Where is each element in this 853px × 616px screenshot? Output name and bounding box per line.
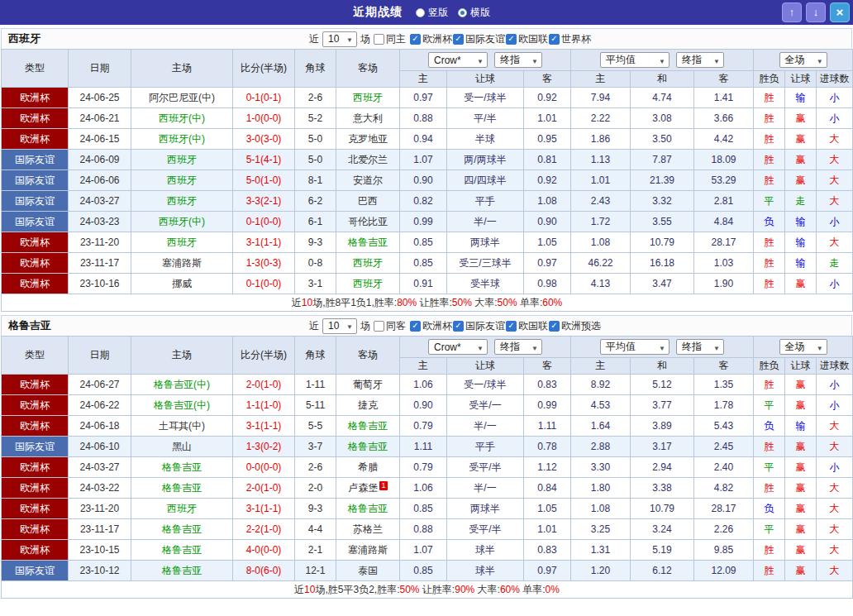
summary-segment: 0% (546, 584, 560, 595)
average-select[interactable]: 平均值 (600, 52, 670, 68)
league-checkbox[interactable]: 欧洲杯 (410, 32, 452, 46)
home-team-cell: 格鲁吉亚(中) (131, 395, 233, 416)
checkbox-label: 欧国联 (518, 32, 548, 46)
league-checkbox[interactable]: 欧国联 (506, 319, 548, 333)
corner-cell: 8-1 (295, 170, 336, 191)
away-team-name: 安道尔 (353, 174, 383, 186)
select-value: 全场 (785, 340, 805, 354)
checkbox-label: 同主 (386, 32, 406, 46)
league-checkbox[interactable]: 欧国联 (506, 32, 548, 46)
fulltime-select[interactable]: 全场 (779, 339, 827, 355)
result-wdl-cell: 胜 (754, 88, 785, 108)
layout-radio[interactable]: 横版 (458, 6, 490, 20)
result-goals-cell: 小 (817, 88, 853, 108)
bookmaker-select[interactable]: Crow* (428, 52, 488, 68)
result-wdl-cell: 平 (754, 519, 785, 540)
league-cell: 欧洲杯 (2, 253, 69, 274)
avg-home-odds-cell: 46.22 (571, 253, 631, 274)
handicap-line-cell: 受半球 (447, 274, 524, 294)
avg-away-odds-cell: 2.45 (694, 437, 754, 457)
league-checkbox[interactable]: 世界杯 (549, 32, 591, 46)
near-label: 近 (309, 319, 319, 333)
away-team-name: 塞浦路斯 (348, 544, 388, 556)
same-venue-checkbox[interactable]: 同主 (374, 32, 406, 46)
match-count-select[interactable]: 10 (322, 31, 357, 47)
table-row: 欧洲杯 24-06-27 格鲁吉亚(中) 2-0(1-0) 1-11 葡萄牙 1… (2, 375, 853, 395)
result-goals-cell: 大 (817, 170, 853, 191)
home-team-name: 西班牙(中) (159, 216, 205, 227)
avg-draw-odds-cell: 3.55 (631, 212, 694, 232)
home-team-cell: 格鲁吉亚(中) (131, 375, 233, 395)
result-goals-cell: 大 (817, 150, 853, 170)
layout-radio[interactable]: 竖版 (416, 6, 448, 20)
dropdown-arrow-icon (659, 55, 665, 66)
avg-draw-odds-cell: 10.79 (631, 499, 694, 519)
league-checkbox[interactable]: 国际友谊 (453, 32, 505, 46)
home-team-name: 挪威 (172, 278, 192, 289)
average-select[interactable]: 平均值 (600, 339, 670, 355)
home-team-cell: 西班牙(中) (131, 129, 233, 150)
checkbox-checked-icon (410, 321, 421, 332)
home-team-name: 西班牙(中) (159, 133, 205, 145)
spain-section-header: 西班牙 近 10 场 同主 欧洲杯国际友谊欧国联世界杯 (1, 28, 852, 49)
col-header-score: 比分(半场) (233, 337, 295, 375)
handicap-home-odds-cell: 0.97 (400, 88, 447, 108)
result-handicap-cell: 赢 (785, 170, 817, 191)
scroll-down-button[interactable]: ↓ (806, 2, 826, 22)
match-count-select[interactable]: 10 (322, 318, 357, 334)
home-team-cell: 格鲁吉亚 (131, 561, 233, 581)
avg-draw-odds-cell: 3.77 (631, 395, 694, 416)
radio-icon (416, 8, 425, 17)
table-row: 国际友谊 24-06-06 西班牙 5-0(1-0) 8-1 安道尔 0.90 … (2, 170, 853, 191)
checkbox-label: 欧洲杯 (422, 32, 452, 46)
result-goals-cell: 大 (817, 232, 853, 253)
result-wdl-cell: 平 (754, 191, 785, 212)
dropdown-arrow-icon (659, 341, 665, 353)
average-odds-group: 平均值终指 (571, 50, 754, 71)
select-value: 终指 (500, 340, 520, 354)
avg-away-odds-cell: 1.35 (694, 375, 754, 395)
league-checkbox[interactable]: 国际友谊 (453, 319, 505, 333)
col-header-home: 主场 (131, 337, 233, 375)
fulltime-select[interactable]: 全场 (779, 52, 827, 68)
checkbox-checked-icon (506, 34, 517, 45)
final-odds-select[interactable]: 终指 (676, 52, 724, 68)
final-odds-select[interactable]: 终指 (494, 52, 542, 68)
dropdown-arrow-icon (477, 341, 484, 353)
checkbox-label: 欧国联 (518, 319, 548, 333)
same-venue-checkbox[interactable]: 同客 (374, 319, 406, 333)
result-handicap-cell: 赢 (785, 499, 817, 519)
scroll-up-button[interactable]: ↑ (782, 2, 802, 22)
result-wdl-cell: 负 (754, 499, 785, 519)
league-checkbox[interactable]: 欧洲杯 (410, 319, 452, 333)
league-cell: 国际友谊 (2, 437, 69, 457)
final-odds-select[interactable]: 终指 (676, 339, 724, 355)
date-cell: 24-03-23 (69, 212, 131, 232)
result-goals-cell: 大 (817, 478, 853, 499)
georgia-section: 格鲁吉亚 近 10 场 同客 欧洲杯国际友谊欧国联欧洲预选 类型 日期 主场 比… (1, 315, 852, 599)
table-row: 国际友谊 24-03-27 西班牙 3-3(2-1) 6-2 巴西 0.82 平… (2, 191, 853, 212)
handicap-line-cell: 两球半 (447, 232, 524, 253)
league-cell: 欧洲杯 (2, 540, 69, 561)
handicap-away-odds-cell: 0.83 (524, 540, 571, 561)
summary-row: 近10场,胜8平1负1,胜率:80% 让胜率:50% 大率:50% 单率:60% (2, 294, 853, 312)
avg-away-odds-cell: 2.81 (694, 191, 754, 212)
avg-draw-odds-cell: 3.47 (631, 274, 694, 294)
score-cell: 3-1(1-1) (233, 232, 295, 253)
final-odds-select[interactable]: 终指 (494, 339, 542, 355)
date-cell: 24-03-27 (69, 457, 131, 478)
games-label: 场 (360, 32, 370, 46)
dropdown-arrow-icon (531, 341, 538, 353)
handicap-away-odds-cell: 0.95 (524, 129, 571, 150)
away-team-name: 苏格兰 (353, 523, 383, 535)
corner-cell: 9-3 (295, 232, 336, 253)
red-card-badge: 1 (379, 481, 387, 490)
average-odds-group: 平均值终指 (571, 337, 754, 358)
result-group: 全场 (754, 337, 853, 358)
corner-cell: 9-3 (295, 499, 336, 519)
avg-home-odds-cell: 1.01 (571, 170, 631, 191)
league-checkbox[interactable]: 欧洲预选 (549, 319, 601, 333)
close-button[interactable]: × (830, 2, 850, 22)
bookmaker-select[interactable]: Crow* (428, 339, 488, 355)
col-header-date: 日期 (69, 337, 131, 375)
